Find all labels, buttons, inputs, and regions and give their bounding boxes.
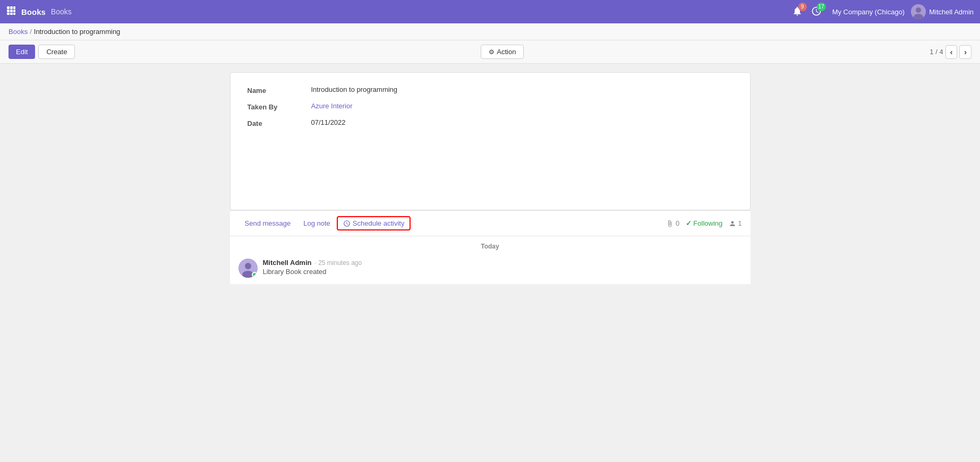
svg-rect-2 xyxy=(13,6,15,9)
app-name[interactable]: Books xyxy=(21,7,46,16)
svg-rect-5 xyxy=(13,10,15,12)
message-author-avatar xyxy=(238,259,258,278)
name-value: Introduction to programming xyxy=(311,85,398,93)
breadcrumb-separator: / xyxy=(30,28,32,36)
message-body: Mitchell Admin · 25 minutes ago Library … xyxy=(263,259,742,278)
user-avatar xyxy=(911,4,926,19)
follower-count[interactable]: 1 xyxy=(729,219,742,227)
follower-count-value: 1 xyxy=(738,219,742,227)
schedule-activity-button[interactable]: Schedule activity xyxy=(337,216,411,230)
svg-rect-1 xyxy=(10,6,13,9)
breadcrumb-parent-link[interactable]: Books xyxy=(8,28,28,36)
next-record-button[interactable]: › xyxy=(959,45,972,59)
notification-count: 9 xyxy=(798,3,807,11)
chatter-meta: 0 ✓ Following 1 xyxy=(666,219,742,227)
create-button[interactable]: Create xyxy=(38,45,75,59)
activity-clock[interactable]: 17 xyxy=(811,6,822,18)
chatter-buttons: Send message Log note Schedule activity xyxy=(238,216,411,230)
svg-point-13 xyxy=(245,263,251,269)
name-label: Name xyxy=(248,85,311,95)
message-item: Mitchell Admin · 25 minutes ago Library … xyxy=(230,254,751,284)
date-value: 07/11/2022 xyxy=(311,118,346,126)
user-name: Mitchell Admin xyxy=(929,8,974,16)
check-icon: ✓ xyxy=(686,219,692,227)
activity-count: 17 xyxy=(817,3,826,11)
log-note-button[interactable]: Log note xyxy=(297,216,337,230)
apps-grid-icon[interactable] xyxy=(6,6,16,18)
pagination-text: 1 / 4 xyxy=(930,48,943,56)
taken-by-value[interactable]: Azure Interior xyxy=(311,102,353,110)
field-taken-by: Taken By Azure Interior xyxy=(248,102,733,111)
chatter: Send message Log note Schedule activity … xyxy=(230,210,751,284)
svg-rect-0 xyxy=(7,6,10,9)
svg-rect-3 xyxy=(7,10,10,12)
top-navigation: Books Books 9 17 My Company (Chicago) Mi… xyxy=(0,0,980,23)
svg-point-10 xyxy=(916,7,921,13)
svg-rect-8 xyxy=(13,13,15,15)
message-timestamp: · 25 minutes ago xyxy=(314,259,362,267)
taken-by-label: Taken By xyxy=(248,102,311,111)
module-name[interactable]: Books xyxy=(51,7,72,16)
attachment-count[interactable]: 0 xyxy=(666,219,679,227)
action-button[interactable]: Action xyxy=(481,45,524,59)
company-name: My Company (Chicago) xyxy=(832,8,905,16)
breadcrumb-current: Introduction to programming xyxy=(34,28,121,36)
svg-rect-7 xyxy=(10,13,13,15)
prev-record-button[interactable]: ‹ xyxy=(945,45,958,59)
notification-bell[interactable]: 9 xyxy=(792,6,803,18)
date-label: Date xyxy=(248,118,311,127)
schedule-activity-label: Schedule activity xyxy=(353,219,405,227)
edit-button[interactable]: Edit xyxy=(8,45,35,59)
svg-rect-6 xyxy=(7,13,10,15)
page-content: Name Introduction to programming Taken B… xyxy=(0,64,980,293)
form-card: Name Introduction to programming Taken B… xyxy=(230,72,751,210)
online-status-dot xyxy=(252,272,257,277)
following-label: Following xyxy=(693,219,722,227)
field-date: Date 07/11/2022 xyxy=(248,118,733,127)
chatter-actions-bar: Send message Log note Schedule activity … xyxy=(230,211,751,236)
attachment-count-value: 0 xyxy=(676,219,679,227)
today-divider: Today xyxy=(230,236,751,254)
message-text: Library Book created xyxy=(263,268,742,276)
user-menu[interactable]: Mitchell Admin xyxy=(911,4,974,19)
following-button[interactable]: ✓ Following xyxy=(686,219,722,227)
toolbar: Edit Create Action 1 / 4 ‹ › xyxy=(0,40,980,64)
gear-icon xyxy=(489,48,495,56)
breadcrumb: Books / Introduction to programming xyxy=(0,23,980,40)
message-author-name: Mitchell Admin xyxy=(263,259,312,267)
field-name: Name Introduction to programming xyxy=(248,85,733,95)
send-message-button[interactable]: Send message xyxy=(238,216,297,230)
svg-rect-4 xyxy=(10,10,13,12)
